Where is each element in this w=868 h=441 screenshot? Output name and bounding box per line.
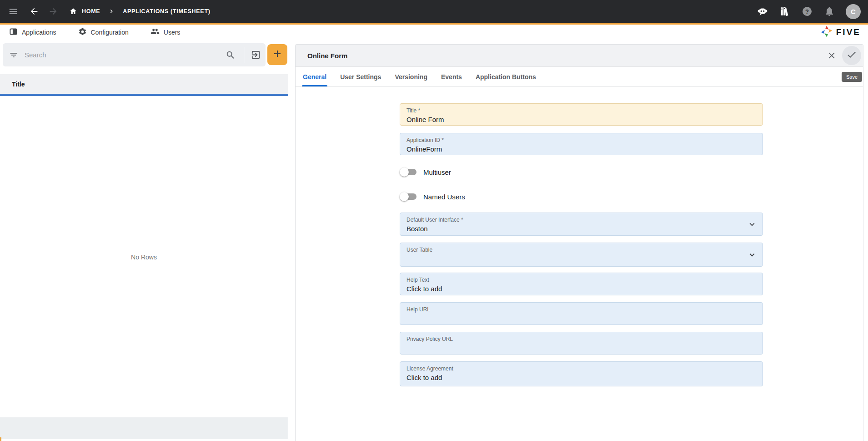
save-button[interactable]: [842, 46, 861, 65]
search-input[interactable]: [25, 51, 226, 59]
avatar[interactable]: C: [846, 4, 861, 19]
toolbar-item-label: Users: [164, 29, 181, 36]
tab-versioning[interactable]: Versioning: [395, 67, 427, 86]
plus-icon: [272, 48, 283, 61]
home-icon[interactable]: [67, 5, 79, 17]
toolbar-item-label: Applications: [22, 29, 56, 36]
svg-text:?: ?: [805, 8, 809, 15]
robot-chat-icon[interactable]: [757, 5, 768, 17]
search-icon[interactable]: [226, 50, 236, 60]
tab-events[interactable]: Events: [441, 67, 462, 86]
help-text-field[interactable]: Help Text Click to add: [400, 273, 763, 295]
toolbar-item-users[interactable]: Users: [151, 27, 181, 37]
menu-icon[interactable]: [7, 5, 19, 17]
field-value: Online Form: [406, 116, 756, 123]
search-bar: [3, 43, 266, 66]
module-toolbar: Applications Configuration Users FIVE: [0, 25, 868, 40]
chevron-down-icon: [747, 219, 757, 229]
breadcrumb-home[interactable]: HOME: [82, 8, 100, 15]
column-header-label: Title: [12, 81, 25, 88]
library-icon[interactable]: [779, 5, 791, 17]
divider: [244, 47, 244, 63]
applications-list-panel: Title No Rows: [0, 40, 288, 441]
bell-icon[interactable]: [823, 5, 835, 17]
brand-word: FIVE: [836, 27, 861, 37]
forward-arrow-icon[interactable]: [47, 5, 59, 17]
field-value: Boston: [406, 225, 756, 233]
column-header-title[interactable]: Title: [0, 74, 288, 94]
back-arrow-icon[interactable]: [28, 5, 40, 17]
field-label: Title *: [406, 107, 756, 114]
toolbar-item-configuration[interactable]: Configuration: [78, 27, 129, 37]
detail-tabs: General User Settings Versioning Events …: [296, 67, 863, 87]
field-label: Privacy Policy URL: [406, 336, 756, 342]
toolbar-item-applications[interactable]: Applications: [9, 27, 56, 37]
chevron-right-icon: [105, 5, 117, 17]
help-url-field[interactable]: Help URL: [400, 302, 763, 325]
application-id-field[interactable]: Application ID * OnlineForm: [400, 133, 763, 155]
toggle-label: Named Users: [423, 193, 465, 201]
switch-thumb: [400, 192, 409, 201]
close-icon[interactable]: [827, 51, 837, 61]
multiuser-toggle-row: Multiuser: [400, 167, 451, 177]
default-user-interface-select[interactable]: Default User Interface * Boston: [400, 213, 763, 236]
online-form-detail-panel: Online Form Save General User Settings V…: [295, 44, 863, 441]
filter-icon[interactable]: [9, 51, 18, 60]
avatar-letter: C: [851, 8, 856, 15]
help-icon[interactable]: ?: [801, 5, 813, 17]
field-label: Default User Interface *: [406, 217, 756, 223]
field-value: Click to add: [406, 374, 756, 381]
field-label: User Table: [406, 247, 756, 253]
field-label: License Agreement: [406, 365, 756, 372]
corner-accent-mark: [0, 437, 1, 441]
named-users-switch[interactable]: [400, 192, 418, 201]
detail-header: Online Form: [296, 45, 863, 67]
license-agreement-field[interactable]: License Agreement Click to add: [400, 361, 763, 386]
save-tooltip: Save: [842, 72, 862, 82]
tab-user-settings[interactable]: User Settings: [340, 67, 381, 86]
configuration-icon: [78, 27, 87, 37]
top-app-bar: HOME APPLICATIONS (TIMESHEET): [0, 0, 868, 23]
five-pinwheel-icon: [820, 25, 833, 40]
check-icon: [846, 49, 857, 62]
five-logo: FIVE: [820, 25, 861, 40]
breadcrumb-current[interactable]: APPLICATIONS (TIMESHEET): [123, 8, 210, 15]
field-value: OnlineForm: [406, 145, 756, 153]
applications-icon: [9, 27, 18, 37]
switch-thumb: [400, 167, 409, 177]
toolbar-item-label: Configuration: [91, 29, 129, 36]
title-field[interactable]: Title * Online Form: [400, 103, 763, 126]
field-value: Click to add: [406, 285, 756, 293]
list-footer: [0, 417, 288, 439]
import-icon[interactable]: [251, 50, 261, 60]
detail-title: Online Form: [307, 52, 347, 60]
multiuser-switch[interactable]: [400, 167, 418, 177]
chevron-down-icon: [747, 250, 757, 260]
users-icon: [151, 27, 160, 37]
empty-message: No Rows: [0, 253, 288, 261]
field-label: Application ID *: [406, 137, 756, 143]
privacy-policy-url-field[interactable]: Privacy Policy URL: [400, 332, 763, 355]
field-label: Help URL: [406, 306, 756, 313]
user-table-select[interactable]: User Table: [400, 243, 763, 267]
add-application-button[interactable]: [267, 44, 287, 65]
tab-application-buttons[interactable]: Application Buttons: [476, 67, 536, 86]
field-label: Help Text: [406, 277, 756, 283]
list-body: No Rows: [0, 96, 288, 417]
tab-general[interactable]: General: [303, 67, 326, 86]
named-users-toggle-row: Named Users: [400, 192, 465, 201]
toggle-label: Multiuser: [423, 168, 451, 176]
